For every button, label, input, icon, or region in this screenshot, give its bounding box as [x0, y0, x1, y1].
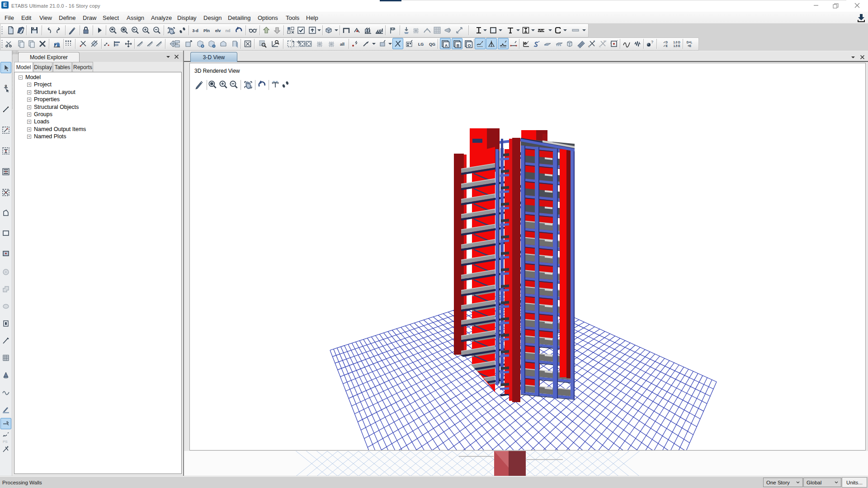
svg-text:✓D: ✓D — [663, 41, 668, 44]
svg-text:1.0 D: 1.0 D — [673, 41, 680, 44]
svg-text:O: O — [467, 43, 471, 48]
svg-text:QG: QG — [429, 42, 435, 47]
svg-text:?: ? — [651, 40, 653, 44]
svg-text:D+L: D+L — [687, 41, 692, 44]
svg-text:PS: PS — [3, 440, 8, 444]
svg-text:E: E — [594, 40, 595, 42]
svg-text:nd: nd — [226, 28, 231, 33]
svg-text:K: K — [588, 45, 590, 48]
svg-text:✓E: ✓E — [663, 44, 668, 47]
svg-text:elv: elv — [215, 28, 221, 33]
svg-text:H2: H2 — [604, 40, 607, 42]
svg-text:+E: +E — [688, 44, 692, 47]
svg-text:B: B — [457, 43, 460, 48]
svg-text:Pln: Pln — [203, 28, 210, 33]
svg-text:all: all — [340, 42, 344, 47]
svg-text:A: A — [445, 43, 448, 48]
svg-text:1.5 E: 1.5 E — [673, 44, 680, 47]
svg-text:LG: LG — [418, 42, 424, 47]
svg-text:K: K — [599, 45, 601, 48]
svg-text:3-d: 3-d — [192, 28, 198, 33]
